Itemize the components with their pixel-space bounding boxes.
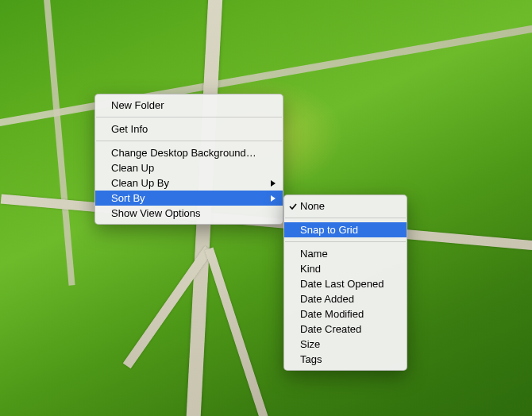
submenu-item-date-added[interactable]: Date Added <box>284 291 407 306</box>
menu-item-clean-up-by[interactable]: Clean Up By <box>95 175 283 191</box>
submenu-item-kind[interactable]: Kind <box>284 261 407 276</box>
menu-item-label: Size <box>300 338 320 350</box>
menu-item-label: Show View Options <box>111 207 201 219</box>
menu-item-label: Change Desktop Background… <box>111 147 256 159</box>
submenu-item-name[interactable]: Name <box>284 246 407 261</box>
menu-item-label: Clean Up By <box>111 177 169 189</box>
sort-by-submenu: None Snap to Grid Name Kind Date Last Op… <box>283 195 407 371</box>
menu-separator <box>96 141 282 141</box>
checkmark-icon <box>288 198 298 214</box>
menu-separator <box>285 241 406 242</box>
menu-item-label: Date Created <box>300 323 361 335</box>
desktop-context-menu: New Folder Get Info Change Desktop Backg… <box>94 94 283 225</box>
menu-item-label: Get Info <box>111 123 148 135</box>
menu-item-change-desktop-background[interactable]: Change Desktop Background… <box>95 145 283 160</box>
submenu-item-none[interactable]: None <box>284 198 407 214</box>
submenu-arrow-icon <box>270 175 276 191</box>
menu-item-label: Tags <box>300 353 322 365</box>
submenu-item-snap-to-grid[interactable]: Snap to Grid <box>284 222 407 237</box>
menu-item-label: Kind <box>300 263 321 275</box>
menu-item-label: New Folder <box>111 99 164 111</box>
submenu-arrow-icon <box>270 191 276 206</box>
submenu-item-date-created[interactable]: Date Created <box>284 322 407 337</box>
wallpaper-line <box>42 0 75 286</box>
menu-item-get-info[interactable]: Get Info <box>95 121 283 137</box>
wallpaper-line <box>205 248 270 416</box>
menu-item-label: Snap to Grid <box>300 224 358 236</box>
menu-item-label: Name <box>300 248 328 260</box>
menu-item-label: Date Last Opened <box>300 278 384 290</box>
desktop-wallpaper[interactable]: New Folder Get Info Change Desktop Backg… <box>0 0 532 416</box>
menu-separator <box>96 117 282 117</box>
menu-item-label: Date Added <box>300 293 354 305</box>
menu-item-clean-up[interactable]: Clean Up <box>95 160 283 175</box>
menu-item-sort-by[interactable]: Sort By <box>95 191 283 206</box>
menu-separator <box>285 218 406 218</box>
menu-item-new-folder[interactable]: New Folder <box>95 98 283 113</box>
submenu-item-date-modified[interactable]: Date Modified <box>284 306 407 322</box>
submenu-item-size[interactable]: Size <box>284 337 407 352</box>
menu-item-show-view-options[interactable]: Show View Options <box>95 206 283 221</box>
menu-item-label: Clean Up <box>111 162 154 174</box>
menu-item-label: Date Modified <box>300 308 364 320</box>
menu-item-label: Sort By <box>111 192 145 204</box>
submenu-item-date-last-opened[interactable]: Date Last Opened <box>284 276 407 291</box>
menu-item-label: None <box>300 200 325 212</box>
submenu-item-tags[interactable]: Tags <box>284 352 407 367</box>
